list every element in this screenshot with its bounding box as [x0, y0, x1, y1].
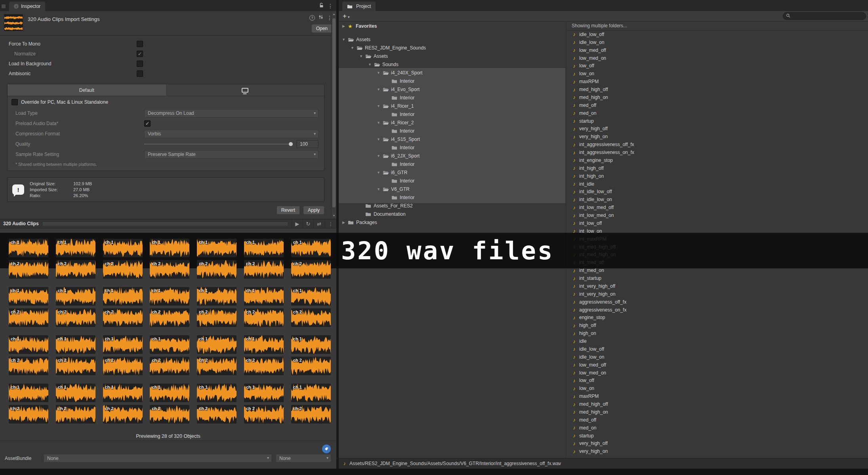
- file-row[interactable]: ♪high_off: [566, 321, 868, 329]
- preview-tile[interactable]: ch 1ch 2: [56, 286, 95, 328]
- file-row[interactable]: ♪int_very_high_on: [566, 290, 868, 298]
- file-row[interactable]: ♪int_engine_stop: [566, 156, 868, 164]
- expanded-arrow-icon[interactable]: ▼: [359, 54, 364, 58]
- file-row[interactable]: ♪maxRPM: [566, 78, 868, 86]
- force-to-mono-checkbox[interactable]: [137, 41, 143, 47]
- preview-tile[interactable]: ch 1ch 2: [291, 383, 331, 424]
- preview-tile[interactable]: ch 1ch 2: [197, 286, 237, 328]
- expanded-arrow-icon[interactable]: ▼: [341, 38, 346, 42]
- preview-tile[interactable]: ch 1ch 2: [244, 238, 284, 279]
- file-row[interactable]: ♪idle_low_off: [566, 30, 868, 38]
- preview-tile[interactable]: ch 1ch 2: [56, 383, 95, 424]
- normalize-checkbox[interactable]: ✓: [137, 51, 143, 57]
- expanded-arrow-icon[interactable]: ▼: [367, 63, 372, 66]
- tree-row[interactable]: ▼Assets: [339, 36, 565, 44]
- load-type-dropdown[interactable]: Decompress On Load ▾: [144, 109, 319, 118]
- preview-tile[interactable]: ch 1ch 2: [103, 383, 143, 424]
- preview-tile[interactable]: ch 1ch 2: [197, 383, 237, 424]
- preview-tile[interactable]: ch 1ch 2: [197, 238, 237, 279]
- tree-row[interactable]: Interior: [339, 144, 565, 152]
- preview-tile[interactable]: ch 1ch 2: [56, 238, 95, 279]
- revert-button[interactable]: Revert: [277, 206, 300, 215]
- file-row[interactable]: ♪med_off: [566, 101, 868, 109]
- compression-format-dropdown[interactable]: Vorbis ▾: [144, 130, 319, 138]
- tree-row[interactable]: ▼i4_Ricer_1: [339, 102, 565, 110]
- preview-tile[interactable]: ch 1ch 2: [150, 383, 189, 424]
- preview-tile[interactable]: ch 1ch 2: [150, 286, 189, 328]
- file-row[interactable]: ♪aggressiveness_off_fx: [566, 298, 868, 306]
- file-row[interactable]: ♪low_med_off: [566, 46, 868, 54]
- file-row[interactable]: ♪maxRPM: [566, 392, 868, 400]
- tree-row[interactable]: ▼i6_2JX_Sport: [339, 152, 565, 160]
- file-row[interactable]: ♪high_on: [566, 329, 868, 337]
- file-row[interactable]: ♪med_high_off: [566, 400, 868, 408]
- collapsed-arrow-icon[interactable]: ▶: [341, 220, 346, 224]
- file-row[interactable]: ♪int_idle: [566, 180, 868, 188]
- tab-inspector[interactable]: i Inspector: [9, 2, 45, 11]
- expanded-arrow-icon[interactable]: ▼: [376, 121, 381, 125]
- preview-tile[interactable]: ch 1ch 2: [9, 238, 48, 279]
- file-row[interactable]: ♪med_on: [566, 424, 868, 432]
- file-row[interactable]: ♪med_on: [566, 109, 868, 117]
- tree-row[interactable]: Interior: [339, 110, 565, 118]
- file-row[interactable]: ♪low_on: [566, 70, 868, 78]
- open-button[interactable]: Open: [311, 24, 332, 33]
- file-row[interactable]: ♪int_very_high_off: [566, 282, 868, 290]
- sample-rate-dropdown[interactable]: Preserve Sample Rate ▾: [144, 150, 319, 159]
- tree-row[interactable]: Interior: [339, 194, 565, 201]
- tree-row[interactable]: ▼V6_GTR: [339, 185, 565, 193]
- file-row[interactable]: ♪med_off: [566, 416, 868, 424]
- tree-row[interactable]: ▼i4_Evo_Sport: [339, 86, 565, 93]
- file-row[interactable]: ♪int_aggressiveness_off_fx: [566, 141, 868, 148]
- expanded-arrow-icon[interactable]: ▼: [376, 154, 381, 158]
- preview-tile[interactable]: ch 1ch 2: [197, 334, 237, 376]
- preload-audio-checkbox[interactable]: ✓: [144, 120, 151, 127]
- autoplay-icon[interactable]: ↻: [302, 219, 313, 228]
- file-row[interactable]: ♪med_high_on: [566, 408, 868, 416]
- file-row[interactable]: ♪very_high_off: [566, 125, 868, 133]
- inspector-menu-icon[interactable]: ⋮: [328, 3, 333, 9]
- file-row[interactable]: ♪idle: [566, 337, 868, 345]
- preview-tile[interactable]: ch 1ch 2: [56, 334, 95, 376]
- file-row[interactable]: ♪low_off: [566, 377, 868, 385]
- scroll-up-icon[interactable]: ▲: [332, 13, 336, 15]
- preview-tile[interactable]: ch 1ch 2: [9, 286, 48, 328]
- expanded-arrow-icon[interactable]: ▼: [350, 46, 355, 50]
- preview-tile[interactable]: ch 1ch 2: [244, 286, 284, 328]
- tree-row[interactable]: ▼i6_GTR: [339, 169, 565, 177]
- search-input[interactable]: [792, 13, 860, 19]
- play-icon[interactable]: ▶: [292, 219, 302, 228]
- preview-tile[interactable]: ch 1ch 2: [244, 334, 284, 376]
- tree-row[interactable]: ▼Sounds: [339, 61, 565, 68]
- quality-slider[interactable]: [144, 144, 292, 144]
- scroll-down-icon[interactable]: ▼: [332, 214, 336, 217]
- file-row[interactable]: ♪startup: [566, 432, 868, 440]
- preview-tile[interactable]: ch 1ch 2: [150, 334, 189, 376]
- file-row[interactable]: ♪int_high_off: [566, 164, 868, 172]
- presets-icon[interactable]: [319, 15, 323, 21]
- file-row[interactable]: ♪int_low_med_off: [566, 203, 868, 211]
- tree-row[interactable]: ▶★Favorites: [339, 22, 565, 30]
- preview-tile[interactable]: ch 1ch 2: [291, 334, 331, 376]
- file-row[interactable]: ♪low_off: [566, 62, 868, 70]
- tree-row[interactable]: ▼i4_240X_Sport: [339, 69, 565, 77]
- tree-row[interactable]: Interior: [339, 177, 565, 185]
- tree-row[interactable]: ▼i4_Ricer_2: [339, 119, 565, 127]
- quality-slider-handle[interactable]: [289, 142, 293, 146]
- tab-standalone-platform[interactable]: [166, 84, 324, 96]
- file-row[interactable]: ♪int_idle_low_off: [566, 188, 868, 196]
- file-row[interactable]: ♪med_high_off: [566, 86, 868, 93]
- unlock-icon[interactable]: [319, 3, 324, 9]
- scrollbar-thumb[interactable]: [332, 18, 336, 207]
- file-row[interactable]: ♪startup: [566, 117, 868, 125]
- file-row[interactable]: ♪low_med_on: [566, 54, 868, 62]
- tree-row[interactable]: Interior: [339, 127, 565, 135]
- expanded-arrow-icon[interactable]: ▼: [376, 104, 381, 108]
- file-row[interactable]: ♪int_high_on: [566, 172, 868, 180]
- tree-row[interactable]: Interior: [339, 77, 565, 85]
- file-row[interactable]: ♪idle_low_off: [566, 345, 868, 353]
- tree-row[interactable]: Interior: [339, 160, 565, 168]
- preview-tile[interactable]: ch 1ch 2: [103, 238, 143, 279]
- preview-tile[interactable]: ch 1ch 2: [103, 286, 143, 328]
- preview-tile[interactable]: ch 1ch 2: [9, 383, 48, 424]
